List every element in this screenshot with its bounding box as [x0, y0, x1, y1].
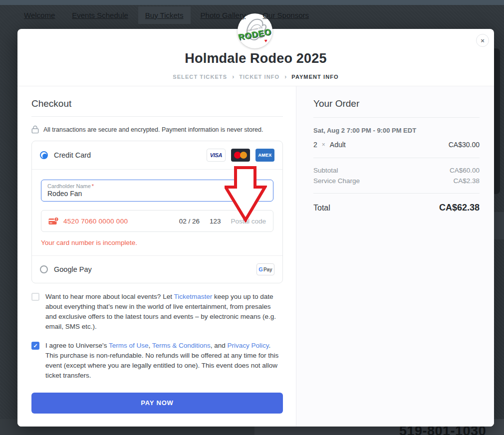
step-ticket-info: TICKET INFO: [239, 74, 279, 80]
marketing-checkbox[interactable]: [31, 293, 39, 301]
terms-conditions-link[interactable]: Terms & Conditions: [152, 342, 211, 349]
terms-text-3: , and: [211, 342, 228, 349]
service-charge-row: Service Charge CA$2.38: [313, 177, 480, 185]
card-details-field[interactable]: 4520 7060 0000 000 02 / 26 123 Postal co…: [41, 210, 273, 232]
mastercard-icon: [231, 149, 250, 162]
gpay-g-glyph: G: [258, 266, 263, 272]
modal-body: Checkout All transactions are secure and…: [17, 86, 494, 427]
marketing-optin-row: Want to hear more about local events? Le…: [31, 292, 283, 332]
credit-card-label: Credit Card: [54, 151, 207, 159]
credit-card-radio[interactable]: [40, 151, 48, 159]
terms-of-use-link[interactable]: Terms of Use: [109, 342, 149, 349]
chevron-right-icon: ›: [232, 73, 234, 80]
multiply-icon: ×: [322, 141, 325, 148]
divider: [31, 116, 283, 117]
item-name: Adult: [330, 141, 346, 149]
terms-text-2: ,: [148, 342, 152, 349]
marketing-text: Want to hear more about local events? Le…: [45, 292, 283, 332]
nav-item-photo-gallery[interactable]: Photo Gallery: [201, 11, 246, 19]
gpay-pay-text: Pay: [263, 267, 272, 272]
cardholder-label-text: Cardholder Name: [47, 183, 91, 189]
close-button[interactable]: ×: [476, 34, 489, 47]
nav-item-our-sponsors[interactable]: Our Sponsors: [262, 11, 309, 19]
gpay-icon: GPay: [256, 263, 274, 275]
item-price: CA$30.00: [449, 141, 480, 149]
expiry-input[interactable]: 02 / 26: [179, 218, 200, 225]
pay-now-button[interactable]: PAY NOW: [31, 393, 283, 414]
nav-item-events-schedule[interactable]: Events Schedule: [72, 11, 128, 19]
card-brand-badges: VISA AMEX: [207, 149, 274, 162]
privacy-policy-link[interactable]: Privacy Policy: [228, 342, 269, 349]
order-line-item: 2 × Adult CA$30.00: [313, 141, 480, 149]
browser-top-strip: [0, 0, 504, 5]
card-form: Cardholder Name* Rodeo Fan: [32, 170, 282, 255]
amex-icon: AMEX: [255, 149, 274, 162]
card-number-input[interactable]: 4520 7060 0000 000: [63, 218, 128, 225]
subtotal-row: Subtotal CA$60.00: [313, 167, 480, 174]
checkout-modal: Holmdale Pro RODEO ♥ × Holmdale Rodeo 20…: [17, 29, 494, 427]
card-number-section[interactable]: 4520 7060 0000 000: [48, 217, 179, 225]
order-panel: Your Order Sat, Aug 2 7:00 PM - 9:00 PM …: [296, 86, 494, 427]
item-qty: 2: [313, 141, 317, 149]
nav-item-welcome[interactable]: Welcome: [24, 11, 55, 19]
cardholder-name-field[interactable]: Cardholder Name* Rodeo Fan: [41, 180, 273, 202]
chevron-right-icon: ›: [284, 73, 286, 80]
total-row: Total CA$62.38: [313, 203, 480, 213]
terms-row: ✓ I agree to Universe's Terms of Use, Te…: [31, 341, 283, 381]
marketing-text-1: Want to hear more about local events? Le…: [45, 293, 174, 300]
service-charge-value: CA$2.38: [453, 177, 480, 185]
postal-code-input[interactable]: Postal code: [231, 218, 266, 225]
checkout-heading: Checkout: [31, 98, 283, 109]
nav-item-buy-tickets[interactable]: Buy Tickets: [138, 6, 191, 24]
method-credit-card[interactable]: Credit Card VISA AMEX: [32, 141, 282, 170]
step-payment-info: PAYMENT INFO: [291, 74, 339, 80]
required-asterisk: *: [92, 183, 94, 189]
method-google-pay[interactable]: Google Pay GPay: [32, 255, 282, 283]
google-pay-label: Google Pay: [54, 265, 256, 273]
step-select-tickets: SELECT TICKETS: [173, 74, 227, 80]
terms-text: I agree to Universe's Terms of Use, Term…: [45, 341, 283, 381]
card-meta-section: 02 / 26 123 Postal code: [179, 218, 266, 225]
total-value: CA$62.38: [439, 203, 480, 213]
cvc-input[interactable]: 123: [210, 218, 221, 225]
secure-note-text: All transactions are secure and encrypte…: [43, 126, 263, 133]
subtotal-value: CA$60.00: [450, 167, 480, 174]
check-icon: ✓: [33, 342, 37, 350]
service-charge-label: Service Charge: [313, 177, 360, 185]
lock-icon: [31, 125, 39, 134]
visa-icon: VISA: [207, 149, 226, 162]
heart-icon: ♥: [264, 38, 267, 43]
subtotal-label: Subtotal: [313, 167, 338, 174]
card-error-icon: [48, 217, 59, 225]
divider: [313, 158, 480, 158]
order-session: Sat, Aug 2 7:00 PM - 9:00 PM EDT: [313, 127, 480, 134]
event-title: Holmdale Rodeo 2025: [17, 51, 494, 66]
ticketmaster-link[interactable]: Ticketmaster: [174, 293, 212, 300]
divider: [313, 193, 480, 194]
terms-text-1: I agree to Universe's: [45, 342, 109, 349]
checkout-panel: Checkout All transactions are secure and…: [17, 86, 296, 427]
order-heading: Your Order: [313, 98, 480, 109]
close-icon: ×: [481, 37, 485, 44]
cardholder-name-value[interactable]: Rodeo Fan: [47, 190, 267, 198]
secure-note: All transactions are secure and encrypte…: [31, 125, 283, 134]
terms-checkbox[interactable]: ✓: [31, 342, 39, 350]
checkout-steps: SELECT TICKETS › TICKET INFO › PAYMENT I…: [17, 73, 494, 80]
google-pay-radio[interactable]: [40, 265, 48, 273]
divider: [313, 117, 480, 118]
total-label: Total: [313, 204, 330, 213]
payment-methods: Credit Card VISA AMEX Cardholder Name* R…: [31, 141, 283, 283]
card-error-message: Your card number is incomplete.: [41, 239, 273, 246]
cardholder-name-label: Cardholder Name*: [47, 183, 267, 189]
